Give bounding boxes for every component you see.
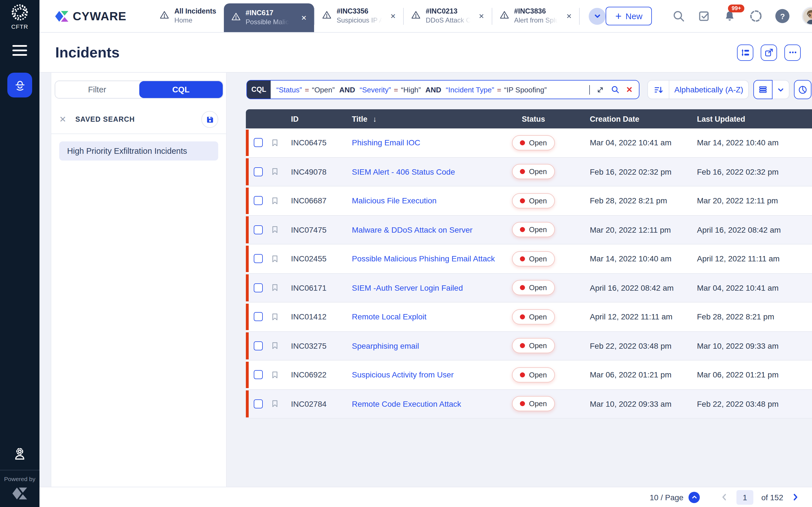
saved-search-item[interactable]: High Priority Exfiltration Incidents bbox=[59, 142, 218, 161]
severity-bar bbox=[246, 361, 248, 388]
close-icon[interactable]: ✕ bbox=[59, 114, 66, 124]
incident-title-link[interactable]: Malware & DDoS Attack on Server bbox=[352, 225, 472, 234]
tab-close-icon[interactable]: ✕ bbox=[478, 12, 484, 20]
last-updated: Feb 28, 2022 8:21 pm bbox=[697, 313, 812, 321]
tasks-icon[interactable] bbox=[698, 10, 711, 22]
bookmark-icon[interactable] bbox=[271, 312, 279, 322]
more-options-button[interactable] bbox=[784, 44, 801, 61]
cql-token-field: “Severity” bbox=[360, 86, 391, 94]
column-header-status[interactable]: Status bbox=[500, 115, 567, 123]
warning-triangle-icon bbox=[231, 12, 241, 21]
column-header-title[interactable]: Title ↓ bbox=[352, 115, 500, 123]
clear-query-icon[interactable]: ✕ bbox=[626, 85, 633, 94]
row-checkbox[interactable] bbox=[254, 225, 263, 234]
sort-direction-icon[interactable] bbox=[648, 80, 669, 99]
tab--inc617[interactable]: #INC617Possible Malici✕ bbox=[223, 3, 314, 32]
incident-title-link[interactable]: SIEM -Auth Server Login Failed bbox=[352, 283, 463, 292]
sidebar-item-incidents[interactable] bbox=[7, 73, 32, 98]
incident-title-link[interactable]: Phishing Email IOC bbox=[352, 138, 420, 147]
severity-bar bbox=[246, 245, 248, 272]
bookmark-icon[interactable] bbox=[271, 399, 279, 409]
incident-title-link[interactable]: Suspicious Activity from User bbox=[352, 371, 454, 379]
column-header-creation-date[interactable]: Creation Date bbox=[567, 115, 697, 123]
bookmark-icon[interactable] bbox=[271, 225, 279, 235]
bookmark-icon[interactable] bbox=[271, 196, 279, 206]
more-tabs-button[interactable] bbox=[589, 8, 606, 24]
row-checkbox[interactable] bbox=[254, 138, 263, 147]
list-view-button[interactable] bbox=[753, 80, 772, 99]
cql-tab[interactable]: CQL bbox=[139, 81, 223, 98]
severity-bar bbox=[246, 390, 248, 417]
help-icon[interactable]: ? bbox=[776, 9, 790, 23]
column-header-id[interactable]: ID bbox=[291, 115, 352, 123]
bookmark-icon[interactable] bbox=[271, 341, 279, 351]
page-title: Incidents bbox=[55, 44, 119, 61]
sort-order-selector[interactable]: Alphabetically (A-Z) bbox=[669, 80, 748, 99]
current-page-input[interactable]: 1 bbox=[737, 490, 753, 504]
tab-close-icon[interactable]: ✕ bbox=[301, 14, 307, 22]
view-dropdown-chevron[interactable] bbox=[772, 80, 790, 99]
tab--inc3836[interactable]: #INC3836Alert from Splu✕ bbox=[492, 0, 579, 32]
filter-tab[interactable]: Filter bbox=[55, 81, 139, 98]
table-row: INC06171SIEM -Auth Server Login FailedOp… bbox=[246, 274, 812, 302]
bookmark-icon[interactable] bbox=[271, 283, 279, 293]
expand-icon[interactable] bbox=[596, 86, 605, 94]
cql-token-value: “Open” bbox=[312, 86, 335, 94]
page-header-actions bbox=[737, 44, 801, 61]
status-dot-icon bbox=[520, 256, 525, 262]
column-header-last-updated[interactable]: Last Updated bbox=[697, 115, 812, 123]
cftr-dotted-globe-logo bbox=[10, 3, 29, 22]
row-checkbox[interactable] bbox=[254, 341, 263, 350]
status-dot-icon bbox=[520, 401, 525, 406]
last-updated: April 16, 2022 08:42 am bbox=[697, 225, 812, 234]
menu-hamburger-icon[interactable] bbox=[12, 45, 27, 56]
cql-token-and: AND bbox=[339, 86, 355, 94]
tab-close-icon[interactable]: ✕ bbox=[566, 12, 572, 20]
row-checkbox[interactable] bbox=[254, 313, 263, 321]
incident-title-link[interactable]: Remote Local Exploit bbox=[352, 313, 426, 321]
incident-id: INC06687 bbox=[291, 196, 352, 205]
row-checkbox[interactable] bbox=[254, 283, 263, 292]
incident-title-link[interactable]: SIEM Alert - 406 Status Code bbox=[352, 167, 455, 176]
chart-view-button[interactable] bbox=[794, 80, 811, 99]
table-row: INC06922Suspicious Activity from UserOpe… bbox=[246, 360, 812, 390]
queue-view-button[interactable] bbox=[737, 44, 753, 61]
page-size-selector[interactable]: 10 / Page bbox=[650, 492, 700, 503]
incident-title-link[interactable]: Spearphising email bbox=[352, 341, 419, 350]
row-checkbox[interactable] bbox=[254, 196, 263, 205]
search-icon[interactable] bbox=[672, 10, 686, 22]
loading-sync-icon[interactable] bbox=[749, 9, 763, 23]
tab--inc0213[interactable]: #INC0213DDoS Attack O✕ bbox=[404, 0, 492, 32]
incident-title-link[interactable]: Malicious File Execution bbox=[352, 196, 437, 205]
status-badge: Open bbox=[512, 367, 555, 383]
bookmark-icon[interactable] bbox=[271, 138, 279, 148]
row-checkbox[interactable] bbox=[254, 167, 263, 176]
run-search-icon[interactable] bbox=[611, 85, 620, 94]
save-search-button[interactable] bbox=[201, 111, 218, 128]
row-checkbox[interactable] bbox=[254, 371, 263, 379]
tab-all-incidents[interactable]: All IncidentsHome bbox=[152, 0, 223, 32]
severity-bar bbox=[246, 332, 248, 359]
incident-title-link[interactable]: Possible Malicious Phishing Email Attack bbox=[352, 255, 495, 263]
row-checkbox[interactable] bbox=[254, 255, 263, 263]
cql-query-bar[interactable]: CQL “Status”=“Open”AND“Severity”=“High”A… bbox=[246, 80, 640, 99]
tab-close-icon[interactable]: ✕ bbox=[390, 12, 396, 20]
creation-date: Mar 04, 2022 10:41 am bbox=[567, 138, 697, 147]
table-row: INC02784Remote Code Execution AttackOpen… bbox=[246, 390, 812, 418]
user-avatar[interactable] bbox=[802, 7, 812, 25]
severity-bar bbox=[246, 216, 248, 243]
row-checkbox[interactable] bbox=[254, 399, 263, 408]
incident-title-link[interactable]: Remote Code Execution Attack bbox=[352, 399, 461, 408]
user-settings-icon[interactable] bbox=[12, 446, 28, 462]
incident-id: INC02455 bbox=[291, 255, 352, 263]
next-page-button[interactable] bbox=[791, 493, 800, 501]
bookmark-icon[interactable] bbox=[271, 167, 279, 177]
prev-page-button[interactable] bbox=[720, 493, 728, 501]
tab--inc3356[interactable]: #INC3356Suspicious IP A✕ bbox=[315, 0, 403, 32]
bookmark-icon[interactable] bbox=[271, 370, 279, 380]
status-dot-icon bbox=[520, 372, 525, 378]
bookmark-icon[interactable] bbox=[271, 254, 279, 264]
notifications-bell-icon[interactable]: 99+ bbox=[723, 9, 737, 23]
export-share-button[interactable] bbox=[761, 44, 777, 61]
new-button[interactable]: + New bbox=[606, 7, 652, 25]
